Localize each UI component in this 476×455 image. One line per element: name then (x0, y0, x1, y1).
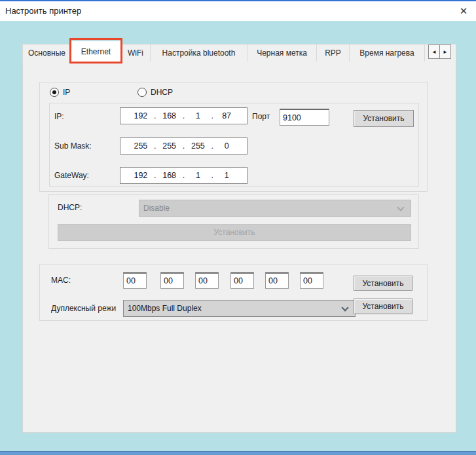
tab-black-mark[interactable]: Черная метка (247, 44, 317, 62)
mac-byte-input-6[interactable] (300, 272, 323, 289)
dhcp-mode-radio[interactable]: DHCP (137, 88, 173, 97)
chevron-down-icon (397, 204, 404, 211)
tab-ethernet[interactable]: Ethernet (71, 41, 121, 62)
mac-label: MAC: (51, 276, 71, 285)
tab-rpp[interactable]: RPP (316, 44, 350, 62)
port-input[interactable] (280, 109, 329, 126)
gateway-octet-4[interactable]: 1 (214, 171, 239, 180)
duplex-dropdown-value: 100Mbps Full Duplex (128, 304, 202, 313)
tab-wifi[interactable]: WiFi (120, 44, 151, 62)
arrow-right-icon: ► (443, 49, 448, 55)
gateway-octet-3[interactable]: 1 (186, 171, 211, 180)
dhcp-radio-label: DHCP (151, 88, 173, 97)
radio-selected-icon (50, 88, 59, 97)
window-title: Настроить принтер (5, 1, 81, 21)
duplex-mode-dropdown[interactable]: 100Mbps Full Duplex (123, 300, 356, 317)
ip-label: IP: (54, 112, 64, 121)
chevron-down-icon (341, 304, 348, 311)
ip-octet-3[interactable]: 1 (186, 111, 211, 120)
gateway-octet-2[interactable]: 168 (157, 171, 182, 180)
set-dhcp-button-disabled: Установить (58, 224, 411, 241)
dhcp-label: DHCP: (58, 203, 82, 212)
set-ip-button[interactable]: Установить (354, 110, 414, 127)
dhcp-dropdown-value: Disable (143, 204, 170, 213)
tab-scroll-left-button[interactable]: ◄ (428, 45, 440, 59)
set-duplex-button[interactable]: Установить (354, 299, 412, 314)
submask-octet-4[interactable]: 0 (214, 141, 239, 151)
gateway-octet-1[interactable]: 192 (128, 171, 153, 180)
tab-scroller: ◄ ► (429, 45, 451, 59)
tab-scroll-right-button[interactable]: ► (439, 45, 451, 59)
close-button[interactable]: ✕ (454, 1, 473, 21)
submask-input[interactable]: 255 . 255 . 255 . 0 (120, 137, 247, 155)
dhcp-dropdown: Disable (139, 200, 411, 217)
arrow-left-icon: ◄ (431, 49, 437, 55)
duplex-mode-label: Дуплексный режи (51, 304, 122, 313)
ip-address-input[interactable]: 192 . 168 . 1 . 87 (120, 107, 247, 124)
mac-byte-input-4[interactable] (230, 272, 254, 289)
tab-osnovnye[interactable]: Основные (22, 44, 71, 62)
printer-settings-dialog: Настроить принтер ✕ Основные Ethernet Wi… (0, 0, 476, 455)
ip-radio-label: IP (63, 88, 70, 97)
mac-byte-input-2[interactable] (160, 272, 184, 289)
close-icon: ✕ (460, 5, 468, 17)
tab-heating-time[interactable]: Время нагрева (349, 44, 425, 62)
title-bar: Настроить принтер ✕ (0, 1, 476, 21)
submask-label: Sub Mask: (54, 141, 92, 151)
tab-bluetooth-settings[interactable]: Настройка bluetooth (150, 44, 247, 62)
set-mac-button[interactable]: Установить (354, 276, 412, 291)
mac-byte-input-3[interactable] (195, 272, 219, 289)
ip-octet-1[interactable]: 192 (128, 111, 153, 120)
submask-octet-2[interactable]: 255 (157, 141, 182, 151)
gateway-label: GateWay: (54, 171, 89, 180)
radio-unselected-icon (137, 88, 147, 97)
port-label: Порт (252, 112, 270, 121)
ip-octet-4[interactable]: 87 (214, 111, 239, 120)
submask-octet-3[interactable]: 255 (186, 141, 211, 151)
ip-mode-radio[interactable]: IP (50, 88, 70, 97)
window-bottom-border (0, 451, 476, 455)
mac-byte-input-5[interactable] (265, 272, 289, 289)
mac-byte-input-1[interactable] (123, 272, 147, 289)
gateway-input[interactable]: 192 . 168 . 1 . 1 (120, 167, 247, 184)
ip-octet-2[interactable]: 168 (157, 111, 182, 120)
submask-octet-1[interactable]: 255 (128, 141, 153, 151)
